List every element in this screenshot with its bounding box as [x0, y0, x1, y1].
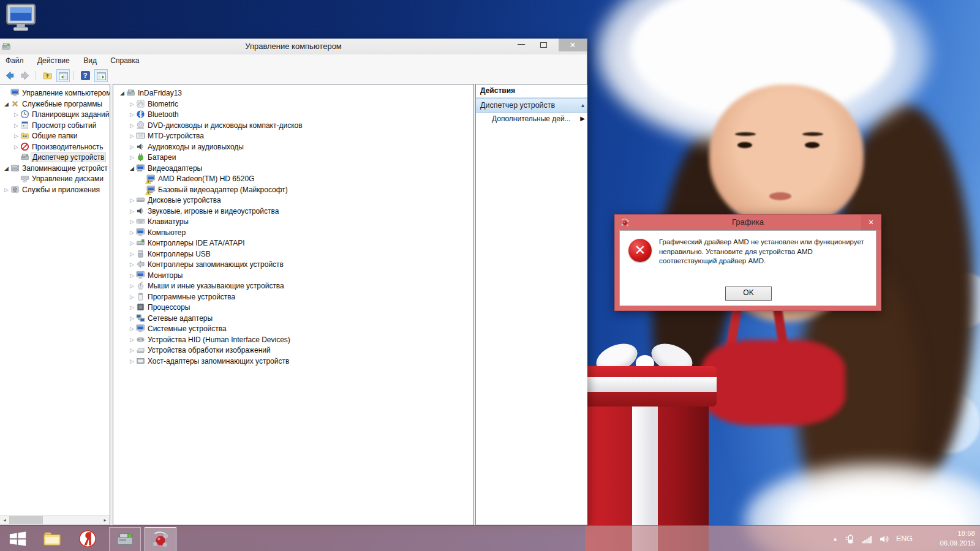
export-list-button[interactable]: [40, 69, 54, 82]
expander-icon[interactable]: ▷: [128, 131, 136, 141]
language-indicator[interactable]: ENG: [896, 526, 913, 551]
scroll-left-arrow[interactable]: ◂: [0, 515, 9, 525]
tree-item-bluetooth[interactable]: ▷Bluetooth: [113, 110, 473, 121]
tree-item-performance[interactable]: ▷Производительность: [0, 142, 110, 153]
tree-item-processors[interactable]: ▷Процессоры: [113, 302, 473, 313]
dialog-close-button[interactable]: ✕: [861, 215, 881, 230]
help-button[interactable]: ?: [78, 69, 92, 82]
show-action-pane-button[interactable]: [94, 69, 108, 82]
tree-item-batteries[interactable]: ▷Батареи: [113, 152, 473, 163]
expander-icon[interactable]: ◢: [2, 99, 10, 110]
tree-item-storage[interactable]: ◢Запоминающие устройст: [0, 163, 110, 174]
tree-item-hid[interactable]: ▷Устройства HID (Human Interface Devices…: [113, 335, 473, 346]
expander-icon[interactable]: ▷: [128, 292, 136, 302]
tree-item-computer-management[interactable]: Управление компьютером (л: [0, 88, 110, 99]
expander-icon[interactable]: ▷: [128, 110, 136, 120]
tree-item-root[interactable]: ◢InDaFriday13: [113, 88, 473, 99]
collapse-arrow-icon[interactable]: ▴: [581, 99, 584, 112]
ok-button[interactable]: OK: [725, 287, 772, 301]
power-icon[interactable]: [845, 526, 855, 551]
tree-item-basic-adapter[interactable]: Базовый видеоадаптер (Майкрософт): [113, 185, 473, 196]
expander-icon[interactable]: ▷: [128, 302, 136, 313]
expander-icon[interactable]: ▷: [128, 195, 136, 206]
tree-item-amd-radeon[interactable]: AMD Radeon(TM) HD 6520G: [113, 174, 473, 185]
expander-icon[interactable]: ▷: [128, 324, 136, 334]
hidden-icons-button[interactable]: ▴: [834, 526, 837, 551]
computer-management-taskbar-button[interactable]: [109, 527, 141, 551]
close-button[interactable]: ✕: [559, 39, 587, 51]
tree-item-usb[interactable]: ▷Контроллеры USB: [113, 249, 473, 260]
menu-file[interactable]: Файл: [0, 54, 29, 65]
show-console-tree-button[interactable]: [56, 69, 70, 82]
scroll-right-arrow[interactable]: ▸: [100, 515, 110, 525]
expander-icon[interactable]: ▷: [12, 142, 20, 152]
minimize-button[interactable]: —: [512, 39, 530, 51]
tree-item-ide[interactable]: ▷Контроллеры IDE ATA/ATAPI: [113, 238, 473, 249]
tree-item-services-applications[interactable]: ▷Службы и приложения: [0, 185, 110, 196]
expander-icon[interactable]: ▷: [128, 152, 136, 163]
expander-icon[interactable]: ▷: [128, 281, 136, 291]
desktop-computer-icon[interactable]: [5, 1, 38, 34]
forward-button[interactable]: [18, 69, 32, 82]
tree-item-shared-folders[interactable]: ▷Общие папки: [0, 131, 110, 142]
tree-item-mtd[interactable]: ▷MTD-устройства: [113, 131, 473, 142]
actions-group-device-manager[interactable]: Диспетчер устройств▴: [476, 98, 587, 113]
expander-icon[interactable]: ▷: [12, 131, 20, 141]
tree-item-task-scheduler[interactable]: ▷Планировщик заданий: [0, 110, 110, 121]
expander-icon[interactable]: ▷: [128, 335, 136, 345]
tree-item-disk-management[interactable]: Управление дисками: [0, 174, 110, 185]
tree-item-software-devices[interactable]: ▷Программные устройства: [113, 292, 473, 303]
scrollbar-thumb[interactable]: [9, 516, 43, 524]
tree-item-monitors[interactable]: ▷Мониторы: [113, 271, 473, 282]
expander-icon[interactable]: ▷: [128, 356, 136, 367]
expander-icon[interactable]: ◢: [118, 88, 126, 99]
tree-item-sound[interactable]: ▷Звуковые, игровые и видеоустройства: [113, 206, 473, 217]
expander-icon[interactable]: ▷: [128, 345, 136, 356]
expander-icon[interactable]: ▷: [2, 185, 10, 195]
expander-icon[interactable]: ▷: [128, 249, 136, 260]
expander-icon[interactable]: ▷: [12, 110, 20, 120]
tree-item-network-adapters[interactable]: ▷Сетевые адаптеры: [113, 313, 473, 324]
tree-item-imaging[interactable]: ▷Устройства обработки изображений: [113, 345, 473, 356]
tree-item-storage-controllers[interactable]: ▷Контроллеры запоминающих устройств: [113, 260, 473, 271]
expander-icon[interactable]: ▷: [128, 121, 136, 131]
tree-item-disk-drives[interactable]: ▷Дисковые устройства: [113, 195, 473, 206]
horizontal-scrollbar[interactable]: ◂ ▸: [0, 515, 110, 525]
maximize-button[interactable]: [534, 39, 552, 51]
expander-icon[interactable]: ▷: [128, 228, 136, 238]
network-signal-icon[interactable]: [862, 526, 872, 551]
tree-item-display-adapters[interactable]: ◢Видеоадаптеры: [113, 163, 473, 174]
tree-item-host-adapters[interactable]: ▷Хост-адаптеры запоминающих устройств: [113, 356, 473, 367]
yandex-browser-button[interactable]: [72, 527, 103, 550]
expander-icon[interactable]: ▷: [128, 217, 136, 227]
expander-icon[interactable]: ▷: [128, 271, 136, 281]
expander-icon[interactable]: ▷: [128, 260, 136, 270]
amd-catalyst-taskbar-button[interactable]: [145, 527, 176, 551]
expander-icon[interactable]: ▷: [12, 121, 20, 131]
menu-view[interactable]: Вид: [78, 54, 102, 65]
tree-item-biometric[interactable]: ▷Biometric: [113, 99, 473, 110]
start-button[interactable]: [2, 527, 33, 550]
file-explorer-button[interactable]: [37, 527, 67, 550]
tree-item-dvd[interactable]: ▷DVD-дисководы и дисководы компакт-диско…: [113, 121, 473, 132]
expander-icon[interactable]: ▷: [128, 313, 136, 324]
actions-more-item[interactable]: Дополнительные дей...▶: [476, 113, 587, 125]
tree-item-audio-io[interactable]: ▷Аудиовходы и аудиовыходы: [113, 142, 473, 153]
tree-item-device-manager[interactable]: Диспетчер устройств: [0, 152, 110, 163]
expander-icon[interactable]: ▷: [128, 142, 136, 152]
volume-icon[interactable]: [879, 526, 889, 551]
tree-item-keyboards[interactable]: ▷Клавиатуры: [113, 217, 473, 228]
tree-item-mice[interactable]: ▷Мыши и иные указывающие устройства: [113, 281, 473, 292]
expander-icon[interactable]: ▷: [128, 238, 136, 249]
expander-icon[interactable]: ▷: [128, 99, 136, 110]
back-button[interactable]: [2, 69, 16, 82]
tree-item-system-devices[interactable]: ▷Системные устройства: [113, 324, 473, 335]
menu-help[interactable]: Справка: [105, 54, 145, 65]
expander-icon[interactable]: ◢: [2, 163, 10, 174]
expander-icon[interactable]: ▷: [128, 206, 136, 217]
clock[interactable]: 18:58 06.09.2015: [940, 529, 975, 548]
expander-icon[interactable]: ◢: [128, 163, 136, 174]
tree-item-computer[interactable]: ▷Компьютер: [113, 228, 473, 239]
tree-item-event-viewer[interactable]: ▷Просмотр событий: [0, 121, 110, 132]
menu-action[interactable]: Действие: [32, 54, 75, 65]
